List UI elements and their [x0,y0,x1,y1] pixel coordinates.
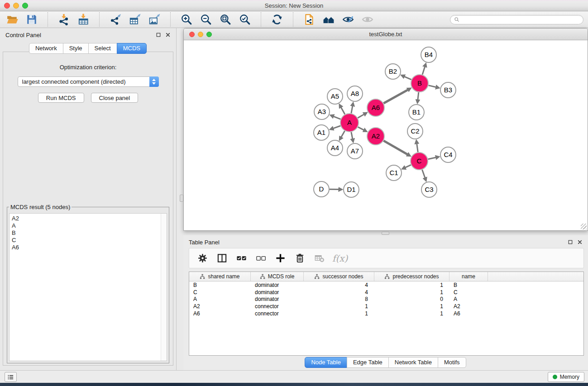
tab-node-table[interactable]: Node Table [305,357,347,368]
table-row-c[interactable]: Cdominator41C [189,289,583,296]
table-cell[interactable]: A6 [189,310,251,317]
search-box[interactable] [450,15,583,24]
graph-edge-A-A6[interactable] [358,114,364,118]
table-cell[interactable]: 0 [374,295,449,303]
graph-edge-B-B2[interactable] [405,76,411,80]
graph-edge-A6-B[interactable] [384,90,408,104]
mcds-result-item[interactable]: A [12,222,158,229]
minimize-window-light[interactable] [13,3,19,9]
table-cell[interactable]: 1 [374,303,449,310]
graph-edge-A-A5[interactable] [341,108,345,114]
gear-button[interactable] [196,252,209,265]
tab-style[interactable]: Style [63,43,89,54]
table-cell[interactable]: C [449,289,488,296]
column-header-shared-name[interactable]: shared name [189,272,251,281]
close-panel-icon[interactable] [165,32,171,38]
search-input[interactable] [462,16,579,23]
graph-edge-B-B4[interactable] [422,67,425,75]
tab-motifs[interactable]: Motifs [438,357,466,368]
graph-edge-C-C3[interactable] [422,170,425,178]
result-scrollbar[interactable] [161,214,167,361]
table-cell[interactable]: B [189,281,251,289]
column-header-mcds-role[interactable]: MCDS role [251,272,304,281]
close-table-panel-icon[interactable] [577,239,583,245]
graph-edge-C-C1[interactable] [405,165,411,167]
tab-mcds[interactable]: MCDS [117,43,147,54]
zoom-network-light[interactable] [206,32,212,37]
select-all-button[interactable] [235,252,248,265]
table-row-a2[interactable]: A2connector11A2 [189,303,583,310]
graph-edge-A-A4[interactable] [341,131,345,137]
memory-button[interactable]: Memory [548,372,584,382]
graph-edge-A-A3[interactable] [334,116,340,119]
import-network-button[interactable] [57,13,71,26]
first-neighbors-button[interactable] [302,13,316,26]
import-table-button[interactable] [76,13,90,26]
table-cell[interactable]: dominator [251,289,304,296]
export-image-button[interactable] [148,13,161,26]
graph-edge-B-B3[interactable] [429,86,436,87]
refresh-button[interactable] [270,13,284,26]
float-panel-icon[interactable] [156,32,161,38]
zoom-window-light[interactable] [22,3,28,9]
splitter-grip-horizontal[interactable] [382,232,389,235]
table-cell[interactable]: connector [251,303,304,310]
table-row-b[interactable]: Bdominator41B [189,281,583,289]
deselect-all-button[interactable] [254,252,267,265]
run-mcds-button[interactable]: Run MCDS [38,93,84,103]
table-cell[interactable]: A6 [449,310,488,317]
column-header-name[interactable]: name [449,272,488,281]
table-cell[interactable]: 1 [304,310,374,317]
zoom-fit-button[interactable] [219,13,232,26]
export-table-button[interactable] [128,13,142,26]
mcds-result-item[interactable]: A6 [12,244,158,251]
panel-list-button[interactable] [5,372,17,382]
mcds-result-item[interactable]: B [12,229,158,237]
zoom-out-button[interactable] [199,13,213,26]
graph-edge-A-A1[interactable] [333,126,340,129]
network-window-titlebar[interactable]: testGlobe.txt [184,29,588,40]
resize-grip-icon[interactable] [581,224,587,229]
export-network-button[interactable] [109,13,122,26]
table-cell[interactable]: C [189,289,251,296]
table-cell[interactable]: A [189,295,251,303]
graph-edge-C-C4[interactable] [428,157,436,159]
table-cell[interactable]: 1 [304,303,374,310]
table-cell[interactable]: connector [251,310,304,317]
table-cell[interactable]: B [449,281,488,289]
tab-network[interactable]: Network [29,43,63,54]
save-session-button[interactable] [25,13,38,26]
splitter-grip-vertical[interactable] [180,195,183,202]
close-panel-button[interactable]: Close panel [91,93,139,103]
mcds-result-item[interactable]: C [12,237,158,244]
add-column-button[interactable] [274,252,287,265]
show-graphics-details-button[interactable] [341,13,355,26]
open-session-button[interactable] [5,13,19,26]
column-header-successor-nodes[interactable]: successor nodes [304,272,374,281]
split-column-button[interactable] [215,252,228,265]
table-row-a[interactable]: Adominator80A [189,295,583,303]
table-cell[interactable]: dominator [251,281,304,289]
delete-column-button[interactable] [293,252,306,265]
graph-edge-A-A8[interactable] [351,106,353,114]
homes-button[interactable] [322,13,335,26]
close-window-light[interactable] [4,3,10,9]
zoom-selected-button[interactable] [238,13,252,26]
tab-network-table[interactable]: Network Table [388,357,438,368]
table-row-a6[interactable]: A6connector11A6 [189,310,583,317]
column-header-predecessor-nodes[interactable]: predecessor nodes [374,272,449,281]
table-cell[interactable]: A [449,295,488,303]
float-table-panel-icon[interactable] [568,239,573,245]
table-cell[interactable]: A2 [189,303,251,310]
table-cell[interactable]: 8 [304,295,374,303]
zoom-in-button[interactable] [180,13,193,26]
graph-edge-A2-C[interactable] [383,141,407,154]
minimize-network-light[interactable] [198,32,203,37]
tab-edge-table[interactable]: Edge Table [347,357,389,368]
table-cell[interactable]: 4 [304,289,374,296]
table-cell[interactable]: dominator [251,295,304,303]
table-cell[interactable]: 1 [374,281,449,289]
optimization-criterion-select[interactable]: largest connected component (directed) [18,76,159,87]
table-cell[interactable]: 1 [374,289,449,296]
table-cell[interactable]: 4 [304,281,374,289]
